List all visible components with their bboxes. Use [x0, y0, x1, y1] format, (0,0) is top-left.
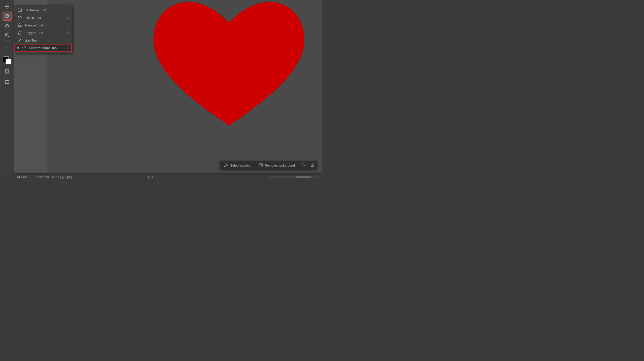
- custom-shape-icon: [22, 46, 26, 50]
- svg-rect-9: [18, 9, 21, 11]
- status-bar: 54.64% 2912 pxx 1632 px (72 ppi) ❮ ❯: [14, 173, 322, 180]
- line-icon: [17, 38, 22, 43]
- selection-icon-btn[interactable]: [299, 161, 308, 170]
- ellipse-tool-label: Ellipse Tool: [24, 16, 64, 20]
- scroll-left-arrow[interactable]: ❮: [147, 175, 150, 179]
- remove-background-icon: [259, 163, 263, 167]
- polygon-shortcut: U: [66, 31, 69, 34]
- svg-point-0: [8, 15, 9, 16]
- scrollbar-thumb[interactable]: [296, 176, 311, 178]
- rectangle-tool-label: Rectangle Tool: [24, 8, 64, 12]
- svg-rect-15: [304, 166, 305, 167]
- remove-background-btn[interactable]: Remove background: [255, 161, 299, 170]
- frame-tool-btn[interactable]: [3, 67, 12, 76]
- toolbar-separator-1: [4, 41, 11, 42]
- artboard-tool-btn[interactable]: [3, 77, 12, 87]
- select-subject-label: Select subject: [230, 164, 251, 167]
- zoom-level: 54.64%: [17, 175, 32, 179]
- triangle-shortcut: U: [66, 23, 69, 27]
- rectangle-shortcut: U: [66, 8, 69, 12]
- move-tool-btn[interactable]: [3, 2, 12, 11]
- more-tools-btn[interactable]: ···: [3, 43, 12, 52]
- remove-background-label: Remove background: [265, 164, 295, 167]
- document-canvas: [47, 0, 322, 173]
- line-tool-label: Line Tool: [24, 38, 64, 42]
- bottom-action-bar: Select subject Remove background: [220, 161, 317, 170]
- rectangle-tool-item[interactable]: Rectangle Tool U: [14, 6, 72, 14]
- scroll-arrows[interactable]: ❮ ❯: [147, 175, 153, 179]
- svg-rect-7: [5, 81, 9, 84]
- ellipse-shortcut: U: [66, 16, 69, 19]
- document-dimensions: 2912 pxx 1632 px (72 ppi): [37, 175, 142, 179]
- triangle-icon: [17, 23, 22, 27]
- custom-shape-shortcut: U: [66, 46, 69, 50]
- left-toolbar: ···: [0, 0, 14, 180]
- custom-shape-tool-item[interactable]: Custom Shape Tool U: [14, 44, 72, 52]
- settings-icon-btn[interactable]: [308, 161, 317, 170]
- scroll-right-arrow[interactable]: ❯: [151, 175, 153, 179]
- hand-tool-btn[interactable]: [3, 21, 12, 30]
- custom-shape-tool-label: Custom Shape Tool: [29, 46, 64, 50]
- color-swatches[interactable]: [3, 56, 11, 64]
- settings-icon: [310, 163, 314, 167]
- polygon-icon: [17, 30, 22, 35]
- line-tool-item[interactable]: Line Tool U: [14, 36, 72, 44]
- svg-rect-6: [6, 70, 8, 73]
- select-subject-icon: [224, 163, 228, 167]
- line-shortcut: U: [66, 38, 69, 42]
- ellipse-tool-item[interactable]: Ellipse Tool U: [14, 14, 72, 21]
- selection-icon: [301, 163, 305, 167]
- select-subject-btn[interactable]: Select subject: [220, 161, 255, 170]
- svg-line-2: [8, 36, 9, 37]
- shape-tool-btn[interactable]: [3, 12, 12, 21]
- shape-tool-dropdown: Rectangle Tool U Ellipse Tool U Triangle…: [14, 5, 72, 53]
- heart-shape-container: [128, 0, 322, 141]
- active-indicator: [17, 47, 19, 49]
- svg-rect-14: [302, 164, 303, 165]
- triangle-tool-label: Triangle Tool: [24, 23, 64, 27]
- rectangle-icon: [17, 8, 22, 12]
- ellipse-icon: [17, 15, 22, 20]
- svg-line-11: [18, 39, 21, 42]
- svg-point-18: [312, 165, 313, 166]
- background-color[interactable]: [6, 59, 11, 64]
- polygon-tool-label: Polygon Tool: [24, 31, 64, 35]
- svg-point-12: [225, 164, 226, 165]
- triangle-tool-item[interactable]: Triangle Tool U: [14, 21, 72, 29]
- polygon-tool-item[interactable]: Polygon Tool U: [14, 29, 72, 36]
- svg-point-10: [18, 16, 21, 19]
- zoom-tool-btn[interactable]: [3, 31, 12, 40]
- toolbar-separator-2: [4, 54, 11, 54]
- svg-rect-13: [259, 164, 262, 167]
